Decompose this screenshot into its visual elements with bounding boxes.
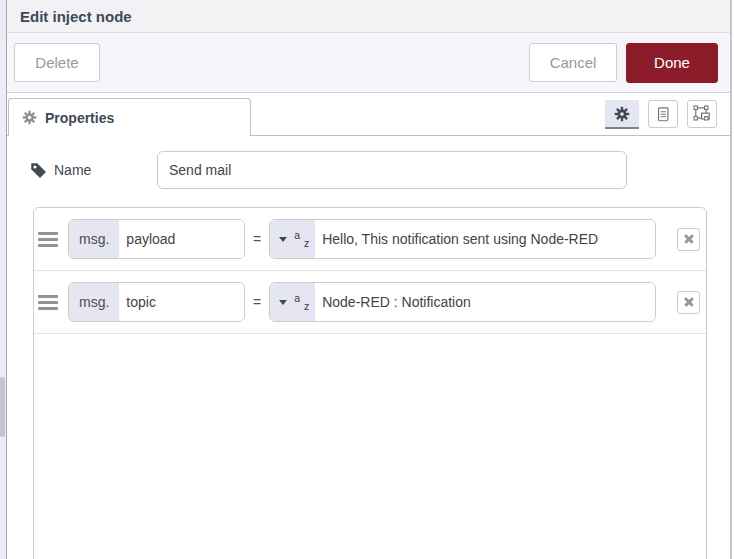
appearance-icon [693,105,711,123]
equals-sign: = [253,294,261,310]
name-field-row: Name [30,151,91,189]
dialog-toolbar: Delete Cancel Done [7,33,730,93]
appearance-icon-button[interactable] [687,100,717,128]
description-icon-button[interactable] [648,100,678,128]
type-select-button[interactable]: a z [270,283,315,321]
property-row-topic: msg. = a z [34,271,706,334]
delete-button[interactable]: Delete [14,43,100,82]
property-row-payload: msg. = a z [34,208,706,271]
msg-prefix-label: msg. [69,283,119,321]
property-key-field: msg. [68,219,245,259]
property-value-input[interactable] [315,283,655,321]
tab-icon-buttons [605,100,717,129]
close-icon [683,297,694,308]
close-icon [683,234,694,245]
tab-properties-label: Properties [45,110,114,126]
remove-row-button[interactable] [677,291,700,314]
property-name-input[interactable] [119,283,244,321]
caret-down-icon [279,237,287,242]
gear-icon [614,106,630,122]
properties-icon-button[interactable] [605,100,639,129]
string-type-icon: a z [294,293,309,311]
edit-tray: Edit inject node Delete Cancel Done [7,0,732,559]
dialog-title: Edit inject node [20,8,132,25]
remove-row-button[interactable] [677,228,700,251]
name-label: Name [54,162,91,178]
property-name-input[interactable] [119,220,244,258]
type-select-button[interactable]: a z [270,220,315,258]
name-input[interactable] [157,151,627,189]
equals-sign: = [253,231,261,247]
string-type-icon: a z [294,230,309,248]
property-value-input[interactable] [315,220,655,258]
property-value-field: a z [269,282,656,322]
caret-down-icon [279,300,287,305]
properties-list: msg. = a z [33,207,707,559]
done-button[interactable]: Done [626,43,718,83]
drag-handle-icon[interactable] [38,232,58,247]
property-value-field: a z [269,219,656,259]
msg-prefix-label: msg. [69,220,119,258]
tab-bar: Properties [7,93,730,136]
document-icon [655,106,671,123]
tag-icon [30,162,47,179]
drag-handle-icon[interactable] [38,295,58,310]
scrollbar-thumb[interactable] [0,377,5,437]
workspace-scrollbar[interactable] [0,0,7,559]
cancel-button[interactable]: Cancel [529,43,617,82]
tab-properties[interactable]: Properties [8,98,251,136]
edit-inject-dialog: Edit inject node Delete Cancel Done [0,0,734,559]
gear-icon [22,110,37,125]
dialog-header: Edit inject node [7,0,730,33]
property-key-field: msg. [68,282,245,322]
